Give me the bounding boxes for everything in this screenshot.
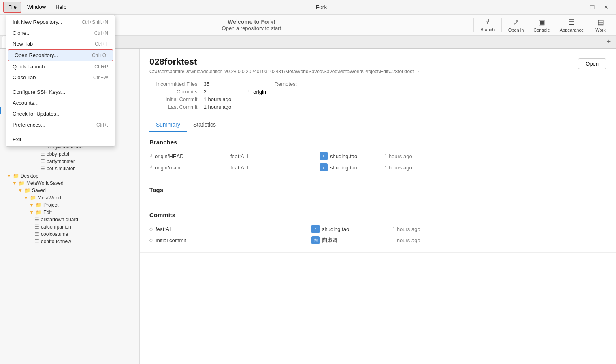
- branch-icon: ⑂: [485, 18, 490, 26]
- folder-expand-icon-d2: ▼: [12, 180, 17, 186]
- work-label: Work: [595, 28, 605, 32]
- open-in-button[interactable]: ↗ Open in: [503, 16, 529, 34]
- menu-open-repo-label: Open Repository...: [15, 52, 58, 58]
- branch-avatar-1: s: [320, 163, 328, 171]
- branch-name-text-0: origin/HEAD: [155, 153, 184, 159]
- commit-avatar-0: s: [311, 225, 320, 233]
- menu-file[interactable]: File: [3, 2, 21, 13]
- menu-quick-launch-label: Quick Launch...: [13, 63, 49, 70]
- meta-col-right: Remotes: ⑂ origin: [247, 81, 300, 112]
- maximize-button[interactable]: ☐: [586, 2, 599, 13]
- open-in-label: Open in: [508, 28, 524, 32]
- tab-statistics[interactable]: Statistics: [187, 118, 222, 132]
- remote-origin-row: ⑂ origin: [247, 89, 300, 95]
- sidebar-item-donttouchnew[interactable]: ☰ donttouchnew: [0, 238, 139, 245]
- commit-user-0: s shuqing.tao: [311, 225, 392, 233]
- work-button[interactable]: ▤ Work: [588, 16, 613, 34]
- sidebar-label-petsim: pet-simulator: [47, 166, 75, 171]
- commits-value: 2: [204, 89, 207, 95]
- sidebar-item-partymonster[interactable]: ☰ partymonster: [0, 158, 139, 165]
- commit-git-icon-1: ◇: [149, 237, 153, 243]
- sidebar-label-e2: Edit: [43, 210, 52, 215]
- menu-exit[interactable]: Exit: [6, 134, 115, 145]
- menu-check-updates[interactable]: Check for Updates...: [6, 108, 115, 119]
- branch-feat-0: feat:ALL: [230, 153, 320, 159]
- sidebar-item-desktop[interactable]: ▼ 📁 Desktop: [0, 172, 139, 180]
- file-icon-d1: ☰: [35, 217, 39, 222]
- sidebar-item-metaworldsaved2[interactable]: ▼ 📁 MetaWorldSaved: [0, 180, 139, 187]
- folder-expand-icon-p2: ▼: [29, 202, 34, 208]
- tab-add-button[interactable]: +: [603, 36, 614, 48]
- menu-quick-launch[interactable]: Quick Launch... Ctrl+P: [6, 61, 115, 72]
- commit-git-icon-0: ◇: [149, 226, 153, 232]
- menu-clone-label: Clone...: [13, 30, 31, 36]
- sidebar-item-project2[interactable]: ▼ 📁 Project: [0, 201, 139, 209]
- sidebar-item-coolcostume[interactable]: ☰ coolcostume: [0, 231, 139, 238]
- sidebar-label-allstartown2: allstartown-guard: [41, 217, 78, 222]
- folder-expand-icon-e2: ▼: [29, 210, 34, 215]
- branch-time-0: 1 hours ago: [384, 153, 412, 159]
- commits-label: Commits:: [149, 89, 202, 95]
- branch-button[interactable]: ⑂ Branch: [475, 16, 500, 34]
- menu-new-tab[interactable]: New Tab Ctrl+T: [6, 38, 115, 49]
- file-icon-d4: ☰: [35, 239, 39, 244]
- menu-ssh-label: Configure SSH Keys...: [13, 89, 65, 95]
- menu-window[interactable]: Window: [23, 2, 50, 12]
- console-label: Console: [533, 28, 550, 32]
- initial-commit-value: 1 hours ago: [204, 96, 232, 102]
- menu-clone[interactable]: Clone... Ctrl+N: [6, 28, 115, 38]
- commit-name-text-0: feat:ALL: [156, 226, 175, 232]
- meta-uncommitted: Incommitted Files: 35: [149, 81, 231, 87]
- tab-summary[interactable]: Summary: [149, 118, 187, 132]
- toolbar-separator-2: [473, 18, 474, 32]
- folder-icon-s2: 📁: [24, 188, 30, 193]
- folder-icon-mws2: 📁: [19, 180, 25, 186]
- appearance-button[interactable]: ☰ Appearance: [555, 16, 588, 34]
- menu-accounts[interactable]: Accounts...: [6, 97, 115, 108]
- sidebar-item-pet-simulator[interactable]: ☰ pet-simulator: [0, 165, 139, 172]
- sidebar-label-coolcostume: coolcostume: [41, 231, 68, 237]
- sidebar-item-saved2[interactable]: ▼ 📁 Saved: [0, 187, 139, 194]
- menu-open-repository[interactable]: Open Repository... Ctrl+O: [8, 49, 113, 61]
- branch-row-0: ⑂ origin/HEAD feat:ALL s shuqing.tao 1 h…: [149, 150, 606, 162]
- repo-header: Open 028forktest C:\Users\admin\Download…: [140, 49, 616, 81]
- console-button[interactable]: ▣ Console: [529, 16, 554, 34]
- uncommitted-label: Incommitted Files:: [149, 81, 202, 87]
- remote-origin-name: origin: [253, 89, 266, 95]
- menu-prefs-label: Preferences...: [13, 122, 45, 128]
- sidebar-item-allstartown2[interactable]: ☰ allstartown-guard: [0, 216, 139, 223]
- branch-row-1: ⑂ origin/main feat:ALL s shuqing.tao 1 h…: [149, 162, 606, 173]
- folder-expand-icon-s2: ▼: [18, 188, 23, 193]
- title-bar-left: File Window Help: [3, 2, 70, 13]
- toolbar-separator-3: [501, 18, 502, 32]
- minimize-button[interactable]: —: [572, 2, 585, 13]
- menu-help[interactable]: Help: [51, 2, 70, 12]
- sidebar-item-edit2[interactable]: ▼ 📁 Edit: [0, 209, 139, 216]
- menu-init-label: Init New Repository...: [13, 19, 62, 25]
- open-button[interactable]: Open: [578, 58, 606, 69]
- commits-title: Commits: [149, 212, 606, 218]
- sidebar-label-s2: Saved: [32, 188, 46, 193]
- commit-time-1: 1 hours ago: [392, 237, 420, 243]
- folder-icon-mw2: 📁: [30, 195, 36, 201]
- sidebar-item-obby-petal[interactable]: ☰ obby-petal: [0, 150, 139, 158]
- meta-col-left: Incommitted Files: 35 Commits: 2 Initial…: [149, 81, 231, 112]
- commit-row-1: ◇ Initial commit 陶 陶淑卿 1 hours ago: [149, 235, 606, 246]
- meta-commits: Commits: 2: [149, 89, 231, 95]
- menu-init-repository[interactable]: Init New Repository... Ctrl+Shift+N: [6, 17, 115, 28]
- branch-name-0: ⑂ origin/HEAD: [149, 153, 230, 159]
- menu-preferences[interactable]: Preferences... Ctrl+,: [6, 119, 115, 130]
- commit-name-0: ◇ feat:ALL: [149, 226, 311, 232]
- menu-close-tab-label: Close Tab: [13, 74, 36, 80]
- commit-name-1: ◇ Initial commit: [149, 237, 311, 243]
- folder-icon-p2: 📁: [36, 202, 42, 208]
- menu-configure-ssh[interactable]: Configure SSH Keys...: [6, 87, 115, 97]
- sidebar-item-metaworld2[interactable]: ▼ 📁 MetaWorld: [0, 194, 139, 201]
- sidebar-item-catcompanion2[interactable]: ☰ catcompanion: [0, 223, 139, 231]
- branches-title: Branches: [149, 139, 606, 146]
- menu-close-tab[interactable]: Close Tab Ctrl+W: [6, 72, 115, 83]
- branch-label: Branch: [480, 27, 495, 32]
- menu-close-tab-shortcut: Ctrl+W: [93, 75, 108, 80]
- close-button[interactable]: ✕: [600, 2, 613, 13]
- appearance-icon: ☰: [568, 18, 575, 27]
